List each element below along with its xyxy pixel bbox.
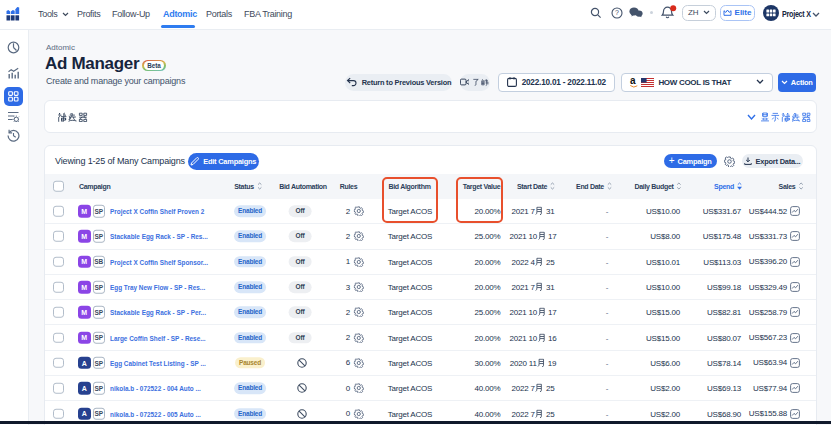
svg-text:?: ? bbox=[615, 9, 619, 16]
